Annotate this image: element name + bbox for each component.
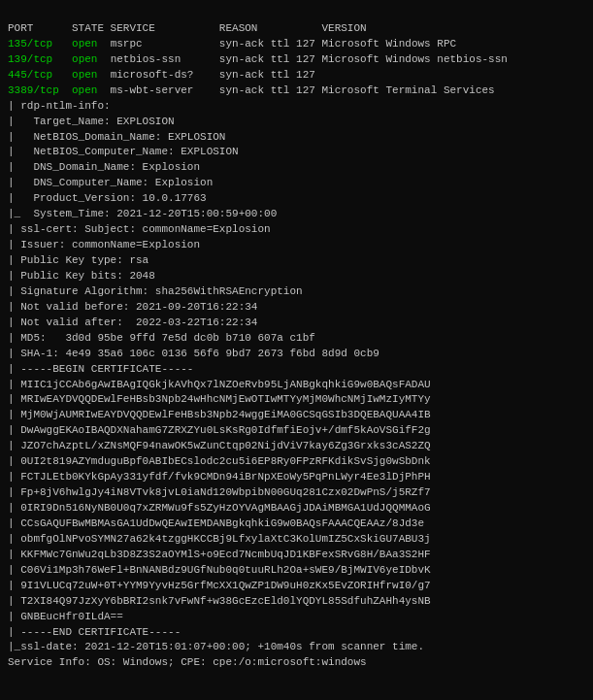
terminal-text: PORT STATE SERVICE REASON VERSION 135/tc… — [8, 22, 508, 668]
terminal-output: PORT STATE SERVICE REASON VERSION 135/tc… — [8, 6, 585, 686]
